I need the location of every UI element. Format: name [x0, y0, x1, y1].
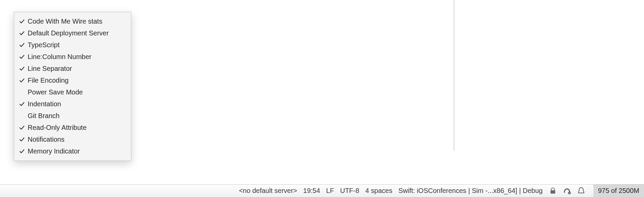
- memory-indicator-widget[interactable]: 975 of 2500M: [593, 185, 644, 197]
- menu-item-label: File Encoding: [28, 77, 69, 84]
- line-separator-widget[interactable]: LF: [326, 187, 334, 195]
- menu-item-memory-indicator[interactable]: Memory Indicator: [14, 145, 131, 157]
- deployment-server-widget[interactable]: <no default server>: [239, 187, 297, 195]
- check-icon: [19, 30, 28, 36]
- statusbar-context-menu: Code With Me Wire stats Default Deployme…: [14, 12, 131, 161]
- menu-item-line-separator[interactable]: Line Separator: [14, 63, 131, 75]
- swift-context-widget[interactable]: Swift: iOSConferences | Sim -...x86_64] …: [398, 187, 542, 195]
- check-icon: [19, 54, 28, 60]
- status-bar[interactable]: <no default server> 19:54 LF UTF-8 4 spa…: [0, 184, 644, 197]
- menu-item-power-save[interactable]: Power Save Mode: [14, 86, 131, 98]
- right-panel: [454, 0, 644, 151]
- svg-rect-0: [551, 190, 555, 194]
- menu-item-line-column[interactable]: Line:Column Number: [14, 51, 131, 63]
- menu-item-label: Notifications: [28, 136, 64, 143]
- menu-item-label: Default Deployment Server: [28, 29, 109, 37]
- menu-item-read-only[interactable]: Read-Only Attribute: [14, 122, 131, 134]
- status-right-group: <no default server> 19:54 LF UTF-8 4 spa…: [239, 185, 644, 197]
- readonly-lock-icon[interactable]: [549, 187, 557, 195]
- menu-item-label: Indentation: [28, 100, 61, 108]
- notifications-icon[interactable]: [577, 187, 585, 195]
- menu-item-label: Power Save Mode: [28, 88, 83, 96]
- menu-item-file-encoding[interactable]: File Encoding: [14, 75, 131, 86]
- menu-item-notifications[interactable]: Notifications: [14, 134, 131, 145]
- check-icon: [19, 101, 28, 107]
- check-icon: [19, 125, 28, 131]
- menu-item-label: Read-Only Attribute: [28, 124, 87, 132]
- check-icon: [19, 148, 28, 154]
- inspection-profile-icon[interactable]: [563, 187, 571, 195]
- menu-item-label: Line:Column Number: [28, 53, 91, 61]
- encoding-widget[interactable]: UTF-8: [340, 187, 359, 195]
- check-icon: [19, 19, 28, 25]
- check-icon: [19, 78, 28, 84]
- menu-item-label: Git Branch: [28, 112, 59, 120]
- menu-item-label: Line Separator: [28, 65, 72, 73]
- check-icon: [19, 137, 28, 143]
- indent-widget[interactable]: 4 spaces: [365, 187, 392, 195]
- check-icon: [19, 42, 28, 48]
- menu-item-label: Code With Me Wire stats: [28, 18, 102, 25]
- menu-item-git-branch[interactable]: Git Branch: [14, 110, 131, 122]
- menu-item-typescript[interactable]: TypeScript: [14, 39, 131, 51]
- menu-item-label: Memory Indicator: [28, 147, 80, 155]
- menu-item-deployment-server[interactable]: Default Deployment Server: [14, 27, 131, 39]
- menu-item-indentation[interactable]: Indentation: [14, 98, 131, 110]
- check-icon: [19, 66, 28, 72]
- menu-item-label: TypeScript: [28, 41, 59, 49]
- line-column-widget[interactable]: 19:54: [303, 187, 320, 195]
- menu-item-code-with-me[interactable]: Code With Me Wire stats: [14, 16, 131, 27]
